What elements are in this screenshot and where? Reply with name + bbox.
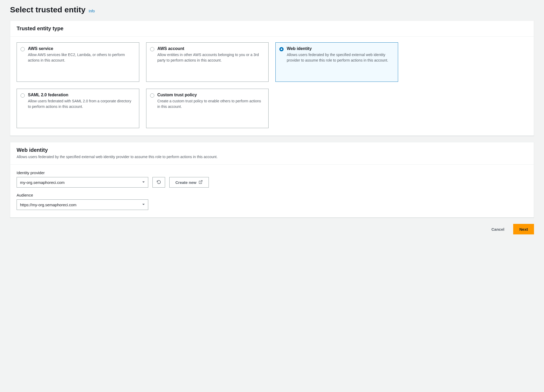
trusted-entity-header: Trusted entity type [10,21,534,37]
create-new-button[interactable]: Create new [169,177,209,188]
audience-select[interactable]: https://my-org.semaphoreci.com [17,199,148,210]
radio-card-custom-trust-policy[interactable]: Custom trust policy Create a custom trus… [146,89,269,128]
refresh-button[interactable] [152,177,165,188]
radio-description: Allows users federated by the specified … [287,52,394,63]
footer-actions: Cancel Next [10,224,534,234]
info-link[interactable]: Info [89,9,95,13]
radio-card-saml-federation[interactable]: SAML 2.0 federation Allow users federate… [17,89,139,128]
next-button[interactable]: Next [513,224,534,234]
radio-description: Allow users federated with SAML 2.0 from… [28,98,135,109]
web-identity-title: Web identity [17,147,527,153]
trusted-entity-panel: Trusted entity type AWS service Allow AW… [10,21,534,136]
trusted-entity-title: Trusted entity type [17,26,527,32]
svg-line-0 [200,180,202,182]
cancel-button[interactable]: Cancel [486,224,510,234]
radio-icon [150,93,154,98]
web-identity-header: Web identity Allows users federated by t… [10,142,534,165]
radio-description: Allow entities in other AWS accounts bel… [157,52,265,63]
radio-description: Create a custom trust policy to enable o… [157,98,265,109]
trusted-entity-options: AWS service Allow AWS services like EC2,… [17,42,527,128]
radio-label: AWS account [157,46,265,51]
web-identity-panel: Web identity Allows users federated by t… [10,142,534,218]
radio-label: AWS service [28,46,135,51]
radio-card-aws-account[interactable]: AWS account Allow entities in other AWS … [146,42,269,82]
create-new-label: Create new [175,180,196,185]
radio-card-aws-service[interactable]: AWS service Allow AWS services like EC2,… [17,42,139,82]
refresh-icon [156,180,161,185]
radio-icon [150,47,154,51]
audience-label: Audience [17,193,527,197]
radio-label: Custom trust policy [157,93,265,97]
identity-provider-select[interactable]: my-org.semaphoreci.com [17,177,148,188]
radio-description: Allow AWS services like EC2, Lambda, or … [28,52,135,63]
web-identity-subtitle: Allows users federated by the specified … [17,154,527,160]
radio-icon [21,93,25,98]
radio-icon [21,47,25,51]
radio-label: Web identity [287,46,394,51]
identity-provider-label: Identity provider [17,170,527,175]
audience-group: Audience https://my-org.semaphoreci.com [17,193,527,210]
radio-label: SAML 2.0 federation [28,93,135,97]
radio-card-web-identity[interactable]: Web identity Allows users federated by t… [275,42,398,82]
external-link-icon [199,180,203,185]
radio-icon-selected [279,47,284,51]
page-title: Select trusted entity [10,5,86,14]
identity-provider-group: Identity provider my-org.semaphoreci.com [17,170,527,188]
